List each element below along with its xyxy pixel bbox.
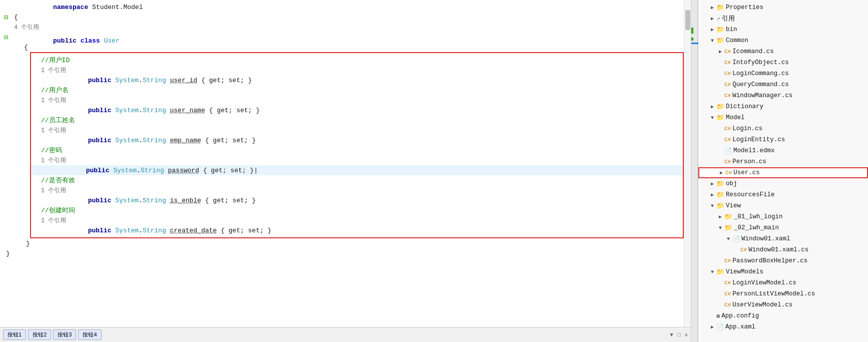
tree-item-model1edmx[interactable]: 📄 Model1.edmx: [698, 145, 868, 156]
tree-item-usercs[interactable]: ▶ C# User.cs: [698, 167, 868, 178]
expand-icon: ▼: [708, 269, 716, 275]
comment-username: //用户名: [35, 85, 679, 95]
tree-item-window01xamlcs[interactable]: C# Window01.xaml.cs: [698, 244, 868, 255]
tree-item-common[interactable]: ▼ 📁 Common: [698, 35, 868, 46]
comment-createddate: //创建时间: [35, 205, 679, 215]
expand-icon: ▼: [724, 236, 732, 242]
item-label: ResourcesFile: [726, 191, 868, 198]
item-label: UserViewModel.cs: [732, 301, 868, 308]
item-label: Login.cs: [732, 125, 868, 132]
tree-item-login[interactable]: C# Login.cs: [698, 123, 868, 134]
item-label: _02_lwh_main: [734, 224, 868, 231]
expand-icon: ▶: [708, 27, 716, 33]
tree-item-passwordboxhelper[interactable]: C# PasswordBoxHelper.cs: [698, 255, 868, 266]
tree-item-appxaml[interactable]: ▶ 📄 App.xaml: [698, 321, 868, 332]
tree-item-icommand[interactable]: ▶ C# Icommand.cs: [698, 46, 868, 57]
tree-item-properties[interactable]: ▶ 📁 Properties: [698, 2, 868, 13]
code-editor[interactable]: namespace namespace Student.ModelStudent…: [0, 0, 684, 327]
code-empname: public System.String emp_name { get; set…: [35, 135, 679, 145]
tree-item-bin[interactable]: ▶ 📁 bin: [698, 24, 868, 35]
tree-item-querycommand[interactable]: C# QueryCommand.cs: [698, 79, 868, 90]
code-createddate: public System.String created_date { get;…: [35, 225, 679, 235]
tree-item-viewmodels[interactable]: ▼ 📁 ViewModels: [698, 266, 868, 277]
outer-brace-open: ⊟ {: [0, 12, 684, 22]
item-label: Properties: [726, 4, 868, 11]
tree-item-dictionary[interactable]: ▶ 📁 Dictionary: [698, 101, 868, 112]
item-label: Icommand.cs: [732, 48, 868, 55]
scrollbar-thumb: [685, 10, 690, 30]
bottom-tab-4[interactable]: 按钮4: [78, 329, 101, 340]
tree-item-logincommang[interactable]: C# LoginCommang.cs: [698, 68, 868, 79]
outer-brace-close: }: [0, 248, 684, 258]
tree-item-personlistviewmodel[interactable]: C# PersonListViewModel.cs: [698, 288, 868, 299]
expand-icon: ▶: [708, 16, 716, 22]
tree-item-userviewmodel[interactable]: C# UserViewModel.cs: [698, 299, 868, 310]
item-label: obj: [726, 180, 868, 187]
item-label: IntofyObject.cs: [732, 59, 868, 66]
expand-icon: ▶: [716, 214, 724, 220]
tree-item-person[interactable]: C# Person.cs: [698, 156, 868, 167]
item-label: PasswordBoxHelper.cs: [732, 257, 868, 264]
class-brace-open: {: [0, 42, 684, 52]
bottom-tab-2[interactable]: 按钮2: [28, 329, 51, 340]
tree-item-windowmanager[interactable]: C# WindowManager.cs: [698, 90, 868, 101]
expand-icon: ▶: [708, 181, 716, 187]
code-isenble: public System.String is_enble { get; set…: [35, 195, 679, 205]
tree-item-view[interactable]: ▼ 📁 View: [698, 200, 868, 211]
tree-item-model[interactable]: ▼ 📁 Model: [698, 112, 868, 123]
tree-item-02lwh[interactable]: ▼ 📁 _02_lwh_main: [698, 222, 868, 233]
expand-icon: ▶: [708, 324, 716, 330]
editor-area: namespace namespace Student.ModelStudent…: [0, 0, 691, 342]
bottom-tab-1[interactable]: 按钮1: [3, 329, 26, 340]
item-label: Person.cs: [732, 158, 868, 165]
item-label: PersonListViewModel.cs: [732, 290, 868, 297]
item-label: Dictionary: [726, 103, 868, 110]
item-label: _01_lwh_login: [734, 213, 868, 220]
tree-item-window01xaml[interactable]: ▼ 📄 Window01.xaml: [698, 233, 868, 244]
comment-userid: //用户ID: [35, 55, 679, 65]
item-label: 引用: [722, 15, 868, 23]
expand-icon: ▼: [708, 203, 716, 209]
item-label: LoginCommang.cs: [732, 70, 868, 77]
item-label: bin: [726, 26, 868, 33]
expand-icon: ▶: [708, 192, 716, 198]
tree-item-resourcesfile[interactable]: ▶ 📁 ResourcesFile: [698, 189, 868, 200]
code-userid: public System.String user_id { get; set;…: [35, 75, 679, 85]
expand-icon: ▶: [717, 170, 725, 176]
code-password: public System.String password { get; set…: [31, 165, 683, 175]
item-label: App.xaml: [725, 323, 868, 330]
item-label: LoginViewModel.cs: [732, 279, 868, 286]
item-label: LoginEntity.cs: [732, 136, 868, 143]
sidebar-left-scroll[interactable]: [691, 0, 698, 342]
item-label: Model: [726, 114, 868, 121]
tree-item-intofyobject[interactable]: C# IntofyObject.cs: [698, 57, 868, 68]
editor-scrollbar[interactable]: [684, 0, 691, 327]
bottom-tab-3[interactable]: 按钮3: [53, 329, 76, 340]
item-label: Window01.xaml: [741, 235, 868, 242]
item-label: WindowManager.cs: [732, 92, 868, 99]
comment-empname: //员工姓名: [35, 115, 679, 125]
item-label: Model1.edmx: [733, 147, 868, 154]
tree-item-loginentity[interactable]: C# LoginEntity.cs: [698, 134, 868, 145]
tree-item-01lwh[interactable]: ▶ 📁 _01_lwh_login: [698, 211, 868, 222]
tree-area[interactable]: ▶ 📁 Properties ▶ ↗ 引用 ▶ 📁 bin ▼ 📁 Common…: [698, 0, 868, 342]
tree-item-loginviewmodel[interactable]: C# LoginViewModel.cs: [698, 277, 868, 288]
comment-password: //密码: [35, 145, 679, 155]
expand-icon: ▶: [716, 49, 724, 55]
bottom-bar: 按钮1 按钮2 按钮3 按钮4 ▼ □ ✕: [0, 327, 691, 342]
tree-item-obj[interactable]: ▶ 📁 obj: [698, 178, 868, 189]
item-label: View: [726, 202, 868, 209]
solution-explorer: ▶ 📁 Properties ▶ ↗ 引用 ▶ 📁 bin ▼ 📁 Common…: [698, 0, 868, 342]
namespace-line: namespace namespace Student.ModelStudent…: [0, 2, 684, 12]
item-label: User.cs: [733, 169, 867, 176]
expand-icon: ▶: [708, 104, 716, 110]
tree-item-references[interactable]: ▶ ↗ 引用: [698, 13, 868, 24]
expand-icon: ▼: [708, 38, 716, 44]
tree-item-appconfig[interactable]: ⚙ App.config: [698, 310, 868, 321]
class-decl-line: ⊟ public class User: [0, 32, 684, 42]
item-label: Common: [726, 37, 868, 44]
expand-icon: ▼: [716, 225, 724, 231]
expand-icon: ▶: [708, 5, 716, 11]
item-label: ViewModels: [726, 268, 868, 275]
code-username: public System.String user_name { get; se…: [35, 105, 679, 115]
